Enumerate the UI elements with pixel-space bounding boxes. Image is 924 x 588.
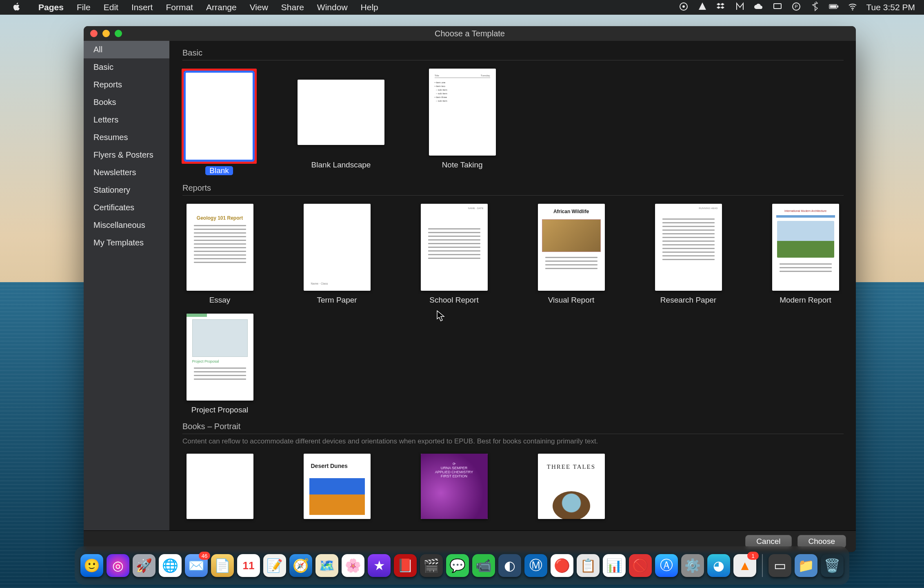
- dock-photos[interactable]: 🌸: [342, 554, 364, 577]
- template-essay[interactable]: Geology 101 Report Essay: [187, 204, 253, 305]
- menu-file[interactable]: File: [70, 2, 97, 12]
- dock-office[interactable]: 📋: [577, 554, 600, 577]
- menubar-clock[interactable]: Tue 3:52 PM: [866, 2, 915, 12]
- sidebar-item-resumes[interactable]: Resumes: [84, 129, 169, 146]
- template-content[interactable]: Basic Blank Blank Landscape TitleTuesday…: [169, 41, 856, 530]
- dock-textedit[interactable]: 📝: [263, 554, 286, 577]
- dock-edge[interactable]: ◕: [707, 554, 730, 577]
- menu-format[interactable]: Format: [159, 2, 200, 12]
- menubar: Pages File Edit Insert Format Arrange Vi…: [0, 0, 924, 15]
- template-blank[interactable]: Blank: [182, 69, 257, 176]
- dock-acrobat[interactable]: 📕: [394, 554, 417, 577]
- sidebar-item-newsletters[interactable]: Newsletters: [84, 164, 169, 181]
- sidebar-item-certificates[interactable]: Certificates: [84, 199, 169, 216]
- dropbox-icon[interactable]: [716, 2, 726, 13]
- dock-chrome[interactable]: 🌐: [159, 554, 182, 577]
- sidebar-item-my-templates[interactable]: My Templates: [84, 234, 169, 252]
- dock-launchpad[interactable]: 🚀: [133, 554, 155, 577]
- section-title-basic: Basic: [182, 48, 844, 60]
- template-three-tales[interactable]: THREE TALES: [538, 454, 605, 519]
- dock-vlc[interactable]: ▲1: [733, 554, 756, 577]
- dock-record[interactable]: 🔴: [551, 554, 573, 577]
- battery-icon[interactable]: [829, 2, 839, 13]
- dock-notes[interactable]: 📄: [211, 554, 234, 577]
- template-blank-landscape[interactable]: Blank Landscape: [298, 69, 384, 176]
- dock-imovie-star[interactable]: ★: [368, 554, 391, 577]
- sidebar-item-stationery[interactable]: Stationery: [84, 181, 169, 199]
- template-label: Essay: [209, 296, 231, 305]
- preview-text: Geology 101 Report: [187, 204, 253, 221]
- template-note-taking[interactable]: TitleTuesday • item one• item two – sub …: [429, 69, 496, 176]
- template-visual-report[interactable]: African Wildlife Visual Report: [538, 204, 605, 305]
- dock-window[interactable]: ▭: [769, 554, 791, 577]
- template-label: Visual Report: [548, 296, 595, 305]
- menu-insert[interactable]: Insert: [125, 2, 160, 12]
- template-book-blank[interactable]: [187, 454, 253, 519]
- dock-appstore[interactable]: Ⓐ: [655, 554, 678, 577]
- template-term-paper[interactable]: Name · Class Term Paper: [304, 204, 371, 305]
- dock-imovie[interactable]: 🎬: [420, 554, 443, 577]
- status-icon-m[interactable]: [735, 2, 745, 13]
- template-school-report[interactable]: NAME · DATE School Report: [421, 204, 488, 305]
- dock: 🙂◎🚀🌐✉️46📄11📝🧭🗺️🌸★📕🎬💬📹◐Ⓜ🔴📋📊🚫Ⓐ⚙️◕▲1▭📁🗑️: [75, 546, 849, 585]
- menu-window[interactable]: Window: [311, 2, 354, 12]
- display-icon[interactable]: [773, 2, 782, 13]
- template-desert-dunes[interactable]: Desert Dunes: [304, 454, 371, 519]
- window-zoom-button[interactable]: [115, 30, 122, 37]
- menu-help[interactable]: Help: [354, 2, 385, 12]
- template-label: Modern Report: [780, 296, 831, 305]
- dock-trash[interactable]: 🗑️: [821, 554, 844, 577]
- titlebar: Choose a Template: [84, 26, 856, 41]
- cloud-icon[interactable]: [754, 2, 764, 13]
- sidebar-item-books[interactable]: Books: [84, 94, 169, 111]
- dock-folder[interactable]: 📁: [795, 554, 817, 577]
- status-icon-2[interactable]: [697, 2, 707, 13]
- dock-mail[interactable]: ✉️46: [185, 554, 208, 577]
- template-research-paper[interactable]: RUNNING HEAD Research Paper: [655, 204, 722, 305]
- sidebar-item-basic[interactable]: Basic: [84, 58, 169, 76]
- window-title: Choose a Template: [84, 29, 856, 38]
- dock-calendar[interactable]: 11: [237, 554, 260, 577]
- template-label: School Report: [429, 296, 478, 305]
- preview-text: International Modern Architecture: [772, 204, 839, 212]
- template-applied-chemistry[interactable]: [421, 454, 488, 519]
- window-minimize-button[interactable]: [102, 30, 110, 37]
- dock-steam[interactable]: ◐: [498, 554, 521, 577]
- dock-numbers[interactable]: 📊: [603, 554, 626, 577]
- window-close-button[interactable]: [90, 30, 98, 37]
- template-label: Blank Landscape: [311, 160, 371, 169]
- wifi-icon[interactable]: [848, 2, 857, 13]
- dock-malwarebytes[interactable]: Ⓜ: [524, 554, 547, 577]
- dock-settings[interactable]: ⚙️: [681, 554, 704, 577]
- dock-maps[interactable]: 🗺️: [315, 554, 338, 577]
- menu-share[interactable]: Share: [275, 2, 311, 12]
- template-modern-report[interactable]: International Modern Architecture Modern…: [772, 204, 839, 305]
- status-icon-p[interactable]: P: [791, 2, 801, 13]
- apple-menu[interactable]: [0, 2, 32, 13]
- dock-siri[interactable]: ◎: [107, 554, 129, 577]
- sidebar-item-miscellaneous[interactable]: Miscellaneous: [84, 216, 169, 234]
- template-project-proposal[interactable]: Project Proposal Project Proposal: [187, 314, 253, 414]
- svg-rect-6: [830, 5, 836, 8]
- dock-block[interactable]: 🚫: [629, 554, 652, 577]
- sidebar-item-reports[interactable]: Reports: [84, 76, 169, 94]
- app-name[interactable]: Pages: [32, 2, 70, 12]
- dock-messages[interactable]: 💬: [446, 554, 469, 577]
- template-label: Project Proposal: [191, 405, 248, 414]
- sidebar-item-flyers-posters[interactable]: Flyers & Posters: [84, 146, 169, 164]
- preview-text: African Wildlife: [538, 204, 605, 214]
- bluetooth-icon[interactable]: [810, 2, 820, 13]
- status-icon-1[interactable]: [679, 2, 689, 13]
- svg-rect-2: [774, 4, 781, 9]
- svg-text:P: P: [795, 4, 797, 9]
- sidebar-item-all[interactable]: All: [84, 41, 169, 58]
- menu-view[interactable]: View: [243, 2, 275, 12]
- section-title-reports: Reports: [182, 183, 844, 196]
- sidebar-item-letters[interactable]: Letters: [84, 111, 169, 129]
- dock-safari[interactable]: 🧭: [289, 554, 312, 577]
- menu-arrange[interactable]: Arrange: [200, 2, 243, 12]
- dock-facetime[interactable]: 📹: [472, 554, 495, 577]
- menu-edit[interactable]: Edit: [97, 2, 125, 12]
- svg-point-8: [852, 9, 853, 10]
- dock-finder[interactable]: 🙂: [80, 554, 103, 577]
